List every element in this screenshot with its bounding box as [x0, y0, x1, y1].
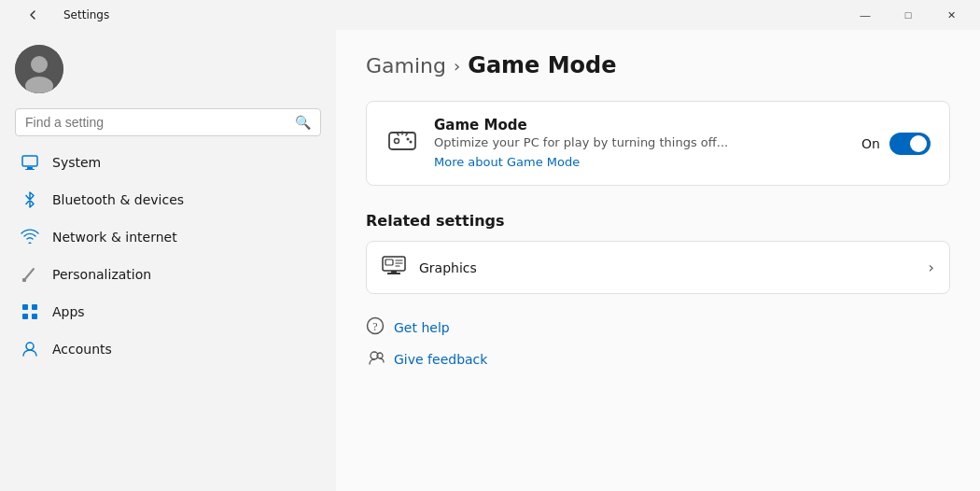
- game-mode-toggle[interactable]: [889, 133, 931, 155]
- get-help-icon: ?: [366, 316, 385, 339]
- sidebar-item-accounts[interactable]: Accounts: [6, 330, 330, 368]
- sidebar-item-system[interactable]: System: [6, 144, 330, 181]
- related-settings-title: Related settings: [366, 212, 950, 230]
- give-feedback-label: Give feedback: [394, 352, 487, 367]
- sidebar-label-network: Network & internet: [52, 230, 177, 245]
- svg-rect-5: [25, 169, 35, 170]
- sidebar-item-apps[interactable]: Apps: [6, 293, 330, 330]
- personalization-icon: [21, 265, 39, 284]
- close-button[interactable]: ✕: [930, 0, 973, 30]
- sidebar-item-bluetooth[interactable]: Bluetooth & devices: [6, 181, 330, 218]
- titlebar-title: Settings: [63, 8, 109, 21]
- apps-icon: [21, 302, 39, 321]
- titlebar: Settings — □ ✕: [0, 0, 980, 30]
- svg-rect-6: [22, 278, 26, 282]
- svg-rect-8: [32, 304, 37, 310]
- svg-rect-10: [32, 314, 37, 319]
- svg-point-13: [395, 139, 399, 144]
- svg-rect-3: [22, 156, 37, 166]
- search-box[interactable]: 🔍: [15, 108, 321, 136]
- accounts-icon: [21, 340, 39, 358]
- sidebar-item-personalization[interactable]: Personalization: [6, 256, 330, 293]
- svg-rect-20: [385, 260, 393, 265]
- system-icon: [21, 153, 39, 172]
- minimize-button[interactable]: —: [844, 0, 887, 30]
- toggle-thumb: [910, 135, 927, 152]
- sidebar-label-accounts: Accounts: [52, 342, 112, 357]
- maximize-button[interactable]: □: [887, 0, 930, 30]
- svg-rect-24: [391, 271, 397, 273]
- sidebar-label-personalization: Personalization: [52, 267, 151, 282]
- help-links: ? Get help Give feedback: [366, 316, 950, 371]
- sidebar-label-apps: Apps: [52, 304, 85, 319]
- give-feedback-link[interactable]: Give feedback: [366, 348, 950, 371]
- toggle-label: On: [861, 136, 880, 151]
- breadcrumb-sep: ›: [454, 56, 460, 76]
- graphics-label: Graphics: [419, 260, 929, 275]
- graphics-chevron: ›: [929, 259, 934, 276]
- breadcrumb: Gaming › Game Mode: [366, 52, 950, 78]
- sidebar-label-system: System: [52, 155, 101, 170]
- titlebar-controls: — □ ✕: [844, 0, 973, 30]
- back-button[interactable]: [11, 0, 54, 30]
- sidebar: 🔍 System Bluetooth & devices: [0, 30, 336, 491]
- svg-rect-4: [27, 167, 33, 169]
- game-mode-link[interactable]: More about Game Mode: [434, 155, 580, 169]
- svg-point-11: [26, 343, 34, 350]
- graphics-icon: [382, 255, 406, 280]
- search-input[interactable]: [25, 115, 295, 130]
- give-feedback-icon: [366, 348, 385, 371]
- get-help-label: Get help: [394, 320, 450, 335]
- svg-rect-7: [22, 304, 28, 310]
- game-mode-title: Game Mode: [434, 117, 847, 133]
- svg-point-15: [410, 141, 413, 144]
- breadcrumb-current: Game Mode: [468, 52, 616, 78]
- svg-text:?: ?: [372, 320, 377, 333]
- svg-rect-25: [387, 273, 400, 274]
- sidebar-label-bluetooth: Bluetooth & devices: [52, 192, 184, 207]
- search-icon: 🔍: [295, 115, 311, 130]
- sidebar-profile: [0, 37, 336, 108]
- game-mode-icon: [385, 127, 419, 160]
- svg-point-1: [31, 56, 48, 73]
- graphics-card[interactable]: Graphics ›: [366, 241, 950, 294]
- app-body: 🔍 System Bluetooth & devices: [0, 30, 980, 491]
- main-content: Gaming › Game Mode Game Mode Optimize yo: [336, 30, 980, 491]
- game-mode-desc: Optimize your PC for play by turning thi…: [434, 135, 847, 149]
- titlebar-left: Settings: [11, 0, 109, 30]
- get-help-link[interactable]: ? Get help: [366, 316, 950, 339]
- svg-point-14: [407, 138, 410, 141]
- svg-rect-9: [22, 314, 28, 319]
- network-icon: [21, 228, 39, 246]
- breadcrumb-parent: Gaming: [366, 54, 446, 77]
- bluetooth-icon: [21, 190, 39, 209]
- game-mode-text: Game Mode Optimize your PC for play by t…: [434, 117, 847, 170]
- sidebar-item-network[interactable]: Network & internet: [6, 218, 330, 256]
- game-mode-card: Game Mode Optimize your PC for play by t…: [366, 101, 950, 186]
- avatar[interactable]: [15, 45, 63, 93]
- toggle-area: On: [861, 133, 931, 155]
